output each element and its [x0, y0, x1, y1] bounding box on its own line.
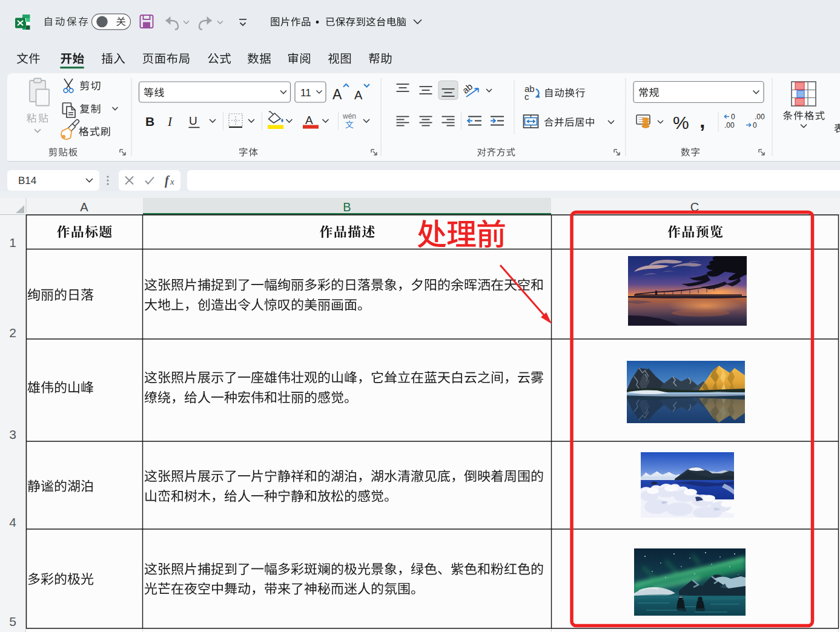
svg-text:A: A: [332, 87, 342, 102]
svg-text:A: A: [305, 114, 313, 127]
svg-text:5: 5: [9, 614, 16, 628]
svg-text:,: ,: [699, 109, 705, 132]
svg-text:0: 0: [753, 121, 757, 130]
svg-text:.00: .00: [724, 121, 735, 130]
svg-text:wén: wén: [342, 112, 356, 120]
svg-text:.00: .00: [755, 113, 765, 121]
svg-text:x: x: [170, 177, 174, 186]
svg-text:3: 3: [9, 427, 16, 441]
svg-text:%: %: [673, 113, 689, 133]
svg-text:2: 2: [9, 326, 16, 340]
svg-text:I: I: [167, 114, 173, 129]
svg-text:c: c: [524, 91, 529, 102]
svg-text:B14: B14: [18, 175, 36, 186]
svg-text:4: 4: [9, 515, 16, 529]
svg-text:1: 1: [9, 235, 16, 249]
svg-text:f: f: [165, 174, 170, 188]
svg-text:B: B: [343, 200, 351, 214]
svg-text:A: A: [80, 200, 88, 214]
svg-text:B: B: [145, 114, 154, 128]
svg-text:U: U: [189, 114, 197, 127]
svg-text:0: 0: [731, 113, 735, 121]
svg-text:A: A: [354, 88, 363, 102]
svg-text:11: 11: [300, 87, 311, 99]
